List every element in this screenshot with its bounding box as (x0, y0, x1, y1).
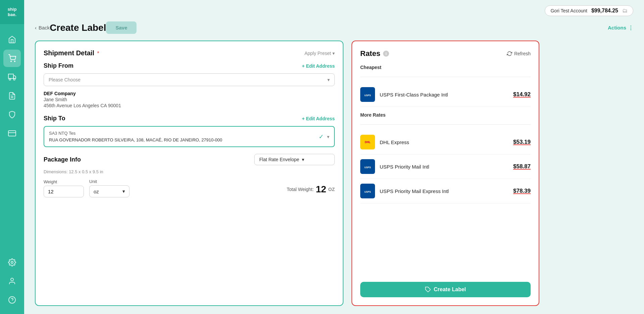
ship-to-icons: ✓ ▾ (319, 133, 329, 140)
actions-link[interactable]: Actions ⋮ (608, 25, 633, 31)
question-icon (8, 296, 16, 304)
ship-to-chevron-icon: ▾ (327, 134, 329, 139)
svg-point-4 (9, 78, 11, 80)
svg-text:USPS: USPS (364, 190, 371, 193)
ship-from-address: DEF Company Jane Smith 456th Avenue Los … (44, 91, 335, 108)
left-panel: Shipment Detail * Apply Preset ▾ Ship Fr… (35, 41, 343, 306)
ship-to-title: Ship To (44, 115, 65, 122)
ship-from-street: 456th Avenue Los Angeles CA 90001 (44, 103, 335, 108)
weight-row: Weight Unit oz ▾ Total Weight: 12 OZ (44, 179, 335, 197)
cart-icon (8, 54, 16, 62)
shipment-detail-header: Shipment Detail * Apply Preset ▾ (44, 49, 335, 57)
usps-priority-icon: USPS (362, 161, 373, 172)
label-icon (425, 287, 431, 293)
rate-name-usps-priority: USPS Priority Mail Intl (380, 164, 508, 170)
sidebar-item-insurance[interactable] (3, 106, 21, 123)
truck-icon (8, 73, 16, 81)
rate-item-dhl[interactable]: DHL DHL Express $53.19 (360, 130, 531, 154)
svg-point-0 (11, 61, 11, 62)
svg-text:USPS: USPS (364, 166, 371, 169)
rates-title-row: Rates i (360, 49, 389, 58)
user-icon (8, 277, 16, 285)
actions-dots-icon: ⋮ (628, 25, 633, 31)
main-content: Gori Test Account $99,784.25 🗂 ‹ Back Cr… (24, 0, 644, 314)
sidebar-bottom (3, 254, 21, 314)
save-button[interactable]: Save (106, 21, 137, 34)
sidebar-item-documents[interactable] (3, 87, 21, 105)
sidebar-item-home[interactable] (3, 31, 21, 48)
account-badge[interactable]: Gori Test Account $99,784.25 🗂 (545, 5, 633, 16)
apply-preset-button[interactable]: Apply Preset ▾ (305, 51, 335, 56)
ship-to-check-icon: ✓ (319, 133, 324, 140)
total-weight-value: 12 (316, 184, 326, 195)
svg-point-11 (11, 278, 13, 281)
sidebar-item-settings[interactable] (3, 254, 21, 271)
usps-express-icon: USPS (362, 186, 373, 196)
topbar: Gori Test Account $99,784.25 🗂 (24, 0, 644, 21)
package-type-dropdown[interactable]: Flat Rate Envelope ▾ (254, 154, 335, 165)
sidebar-logo: shipbae. (0, 0, 24, 24)
ship-from-dropdown[interactable]: Please Choose ▾ (44, 73, 335, 86)
sidebar-item-billing[interactable] (3, 125, 21, 142)
svg-rect-8 (8, 131, 16, 136)
ship-from-placeholder: Please Choose (49, 77, 80, 82)
dhl-logo: DHL (360, 135, 375, 149)
shipment-detail-title: Shipment Detail * (44, 49, 99, 57)
rate-name-dhl: DHL Express (380, 139, 508, 145)
back-link[interactable]: ‹ Back (35, 25, 50, 30)
package-dropdown-chevron-icon: ▾ (302, 157, 304, 162)
rate-item-usps-express[interactable]: USPS USPS Priority Mail Express Intl $78… (360, 179, 531, 203)
svg-rect-2 (8, 74, 13, 78)
sidebar-item-orders[interactable] (3, 50, 21, 67)
unit-chevron-icon: ▾ (122, 188, 125, 194)
weight-field-group: Weight (44, 179, 84, 197)
sidebar-item-shipments[interactable] (3, 68, 21, 86)
sidebar-item-help[interactable] (3, 291, 21, 309)
rate-price-usps-priority: $58.87 (513, 163, 531, 170)
sidebar-item-profile[interactable] (3, 272, 21, 290)
unit-field-group: Unit oz ▾ (89, 179, 129, 197)
total-weight-unit: OZ (328, 187, 335, 192)
ship-to-input[interactable]: SA3 NTQ Tes RUA GOVERNADOR ROBERTO SILVE… (44, 126, 335, 147)
actions-label: Actions (608, 25, 626, 30)
weight-input[interactable] (44, 186, 84, 197)
more-rates-label: More Rates (360, 112, 531, 118)
unit-label: Unit (89, 179, 129, 184)
ship-to-line1: SA3 NTQ Tes (49, 130, 319, 137)
ship-from-chevron-icon: ▾ (327, 77, 330, 82)
package-type-label: Flat Rate Envelope (259, 157, 299, 162)
svg-point-10 (11, 261, 13, 263)
rate-item-usps-firstclass[interactable]: USPS USPS First-Class Package Intl $14.9… (360, 82, 531, 107)
svg-point-5 (13, 78, 15, 80)
right-panel: Rates i Refresh Cheapest (352, 41, 539, 306)
wallet-icon: 🗂 (622, 8, 628, 14)
total-weight-label: Total Weight: (287, 187, 314, 192)
unit-dropdown[interactable]: oz ▾ (89, 185, 129, 197)
unit-value: oz (94, 189, 99, 194)
more-rates-divider (360, 124, 531, 125)
cheapest-label: Cheapest (360, 65, 531, 70)
home-icon (8, 36, 16, 44)
usps-priority-logo: USPS (360, 159, 375, 174)
card-icon (8, 129, 16, 137)
usps-express-logo: USPS (360, 184, 375, 198)
refresh-button[interactable]: Refresh (507, 51, 531, 56)
rate-price-dhl: $53.19 (513, 139, 531, 145)
account-balance: $99,784.25 (591, 8, 618, 14)
svg-text:USPS: USPS (364, 94, 371, 97)
ship-from-edit-address-button[interactable]: + Edit Address (302, 63, 335, 69)
usps-eagle-icon: USPS (362, 89, 373, 100)
ship-to-edit-address-button[interactable]: + Edit Address (302, 116, 335, 121)
rate-price-usps-express: $78.39 (513, 188, 531, 194)
rates-title: Rates (360, 49, 380, 58)
ship-from-title: Ship From (44, 62, 73, 69)
create-label-button[interactable]: Create Label (360, 282, 531, 297)
logo-text: shipbae. (8, 7, 17, 17)
usps-firstclass-logo: USPS (360, 87, 375, 102)
gear-icon (8, 258, 16, 266)
total-weight: Total Weight: 12 OZ (287, 184, 335, 197)
back-label: Back (39, 25, 50, 30)
rate-item-usps-priority[interactable]: USPS USPS Priority Mail Intl $58.87 (360, 154, 531, 179)
document-icon (8, 92, 16, 100)
ship-to-header: Ship To + Edit Address (44, 115, 335, 122)
